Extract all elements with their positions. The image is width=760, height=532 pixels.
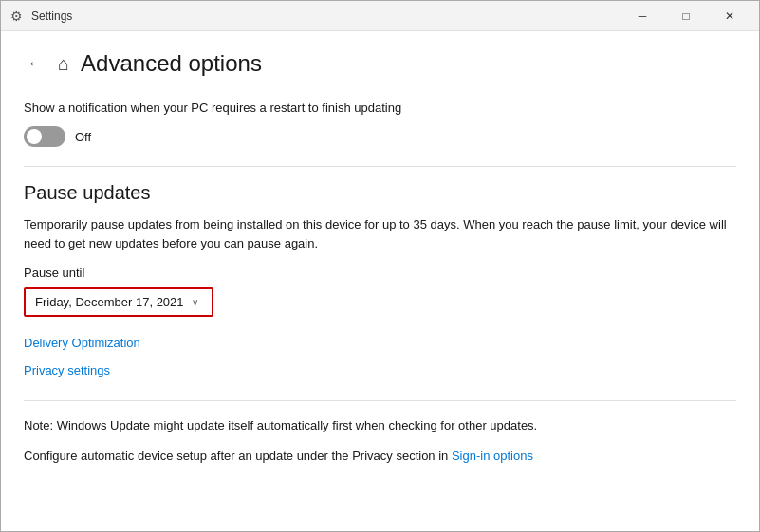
notes-section: Note: Windows Update might update itself…	[24, 400, 736, 465]
close-button[interactable]: ✕	[708, 1, 751, 31]
date-dropdown[interactable]: Friday, December 17, 2021 ∨	[24, 287, 213, 317]
pause-updates-section: Pause updates Temporarily pause updates …	[24, 182, 736, 317]
titlebar-title: Settings	[31, 9, 621, 23]
note2-text: Configure automatic device setup after a…	[24, 447, 736, 466]
titlebar: ⚙ Settings ─ □ ✕	[1, 1, 759, 31]
note1-text: Note: Windows Update might update itself…	[24, 416, 736, 435]
notification-toggle[interactable]	[24, 126, 65, 147]
pause-until-label: Pause until	[24, 266, 736, 280]
chevron-down-icon: ∨	[192, 297, 198, 307]
settings-icon: ⚙	[9, 9, 24, 24]
note2-prefix: Configure automatic device setup after a…	[24, 449, 452, 463]
page-title: Advanced options	[81, 50, 262, 77]
toggle-thumb	[27, 129, 42, 144]
divider	[24, 166, 736, 167]
window-controls: ─ □ ✕	[621, 1, 751, 31]
notification-section: Show a notification when your PC require…	[24, 100, 736, 147]
links-section: Delivery Optimization Privacy settings	[24, 336, 736, 377]
privacy-settings-link[interactable]: Privacy settings	[24, 363, 736, 377]
date-value: Friday, December 17, 2021	[35, 295, 184, 309]
sign-in-options-link[interactable]: Sign-in options	[452, 449, 533, 463]
toggle-row: Off	[24, 126, 736, 147]
maximize-button[interactable]: □	[664, 1, 708, 31]
delivery-optimization-link[interactable]: Delivery Optimization	[24, 336, 736, 350]
notification-text: Show a notification when your PC require…	[24, 100, 736, 117]
page-header: ← ⌂ Advanced options	[24, 50, 736, 77]
pause-updates-heading: Pause updates	[24, 182, 736, 204]
pause-updates-description: Temporarily pause updates from being ins…	[24, 215, 736, 252]
toggle-label: Off	[75, 130, 91, 144]
main-content: ← ⌂ Advanced options Show a notification…	[1, 31, 759, 532]
back-button[interactable]: ←	[24, 51, 46, 76]
minimize-button[interactable]: ─	[621, 1, 664, 31]
home-icon: ⌂	[58, 53, 69, 75]
